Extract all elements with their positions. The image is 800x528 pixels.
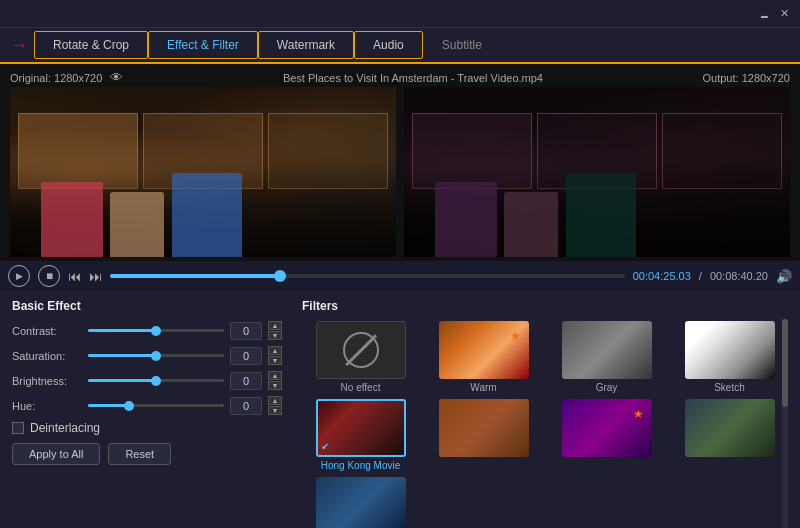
minimize-button[interactable]: 🗕 (756, 6, 772, 22)
red-arrow-tabs: → (10, 35, 28, 56)
filter-grid: No effect Warm Gray Sketch ✔ Hong Kong M… (302, 321, 788, 528)
eye-icon[interactable]: 👁 (110, 70, 123, 85)
hue-row: Hue: ▲ ▼ (12, 396, 282, 415)
time-separator: / (699, 270, 702, 282)
apply-all-button[interactable]: Apply to All (12, 443, 100, 465)
brightness-slider[interactable] (88, 379, 224, 382)
tab-effect-filter[interactable]: Effect & Filter (148, 31, 258, 59)
brightness-input[interactable] (230, 372, 262, 390)
hue-up[interactable]: ▲ (268, 396, 282, 405)
tab-audio[interactable]: Audio (354, 31, 423, 59)
stop-button[interactable]: ⏹ (38, 265, 60, 287)
saturation-up[interactable]: ▲ (268, 346, 282, 355)
action-buttons: Apply to All Reset (12, 443, 282, 465)
filter-label-warm: Warm (470, 382, 496, 393)
filter-label-sketch: Sketch (714, 382, 745, 393)
filter-label-hk-movie: Hong Kong Movie (321, 460, 401, 471)
filter-hk-movie[interactable]: ✔ Hong Kong Movie (302, 399, 419, 471)
progress-fill (110, 274, 280, 278)
filter-row2-2[interactable] (548, 399, 665, 471)
output-resolution-label: Output: 1280x720 (703, 72, 790, 84)
filter-thumb-row2-4 (316, 477, 406, 528)
contrast-label: Contrast: (12, 325, 82, 337)
total-time: 00:08:40.20 (710, 270, 768, 282)
saturation-down[interactable]: ▼ (268, 356, 282, 365)
hue-input[interactable] (230, 397, 262, 415)
no-effect-icon (343, 332, 379, 368)
original-preview (10, 87, 396, 257)
filter-thumb-no-effect (316, 321, 406, 379)
basic-effect-title: Basic Effect (12, 299, 282, 313)
tab-rotate-crop[interactable]: Rotate & Crop (34, 31, 148, 59)
close-button[interactable]: ✕ (776, 6, 792, 22)
deinterlacing-label: Deinterlacing (30, 421, 100, 435)
video-section: Original: 1280x720 👁 Best Places to Visi… (0, 64, 800, 261)
saturation-slider[interactable] (88, 354, 224, 357)
filter-row2-4[interactable] (302, 477, 419, 528)
brightness-label: Brightness: (12, 375, 82, 387)
filter-thumb-row2-3 (685, 399, 775, 457)
filter-thumb-warm (439, 321, 529, 379)
progress-bar[interactable] (110, 274, 625, 278)
play-button[interactable]: ▶ (8, 265, 30, 287)
video-filename: Best Places to Visit In Amsterdam - Trav… (283, 72, 543, 84)
tab-watermark[interactable]: Watermark (258, 31, 354, 59)
reset-button[interactable]: Reset (108, 443, 171, 465)
playback-bar: ▶ ⏹ ⏮ ⏭ 00:04:25.03 / 00:08:40.20 🔊 (0, 261, 800, 291)
tab-bar: → Rotate & Crop Effect & Filter Watermar… (0, 28, 800, 64)
deinterlacing-checkbox[interactable] (12, 422, 24, 434)
filter-gray[interactable]: Gray (548, 321, 665, 393)
volume-icon[interactable]: 🔊 (776, 269, 792, 284)
filter-row2-1[interactable] (425, 399, 542, 471)
filter-thumb-sketch (685, 321, 775, 379)
filter-warm[interactable]: Warm (425, 321, 542, 393)
tab-subtitle[interactable]: Subtitle (423, 31, 501, 59)
contrast-input[interactable] (230, 322, 262, 340)
original-resolution-label: Original: 1280x720 (10, 72, 102, 84)
hue-slider[interactable] (88, 404, 224, 407)
skip-back-button[interactable]: ⏮ (68, 269, 81, 284)
skip-forward-button[interactable]: ⏭ (89, 269, 102, 284)
video-info-bar: Original: 1280x720 👁 Best Places to Visi… (10, 68, 790, 87)
brightness-spinner[interactable]: ▲ ▼ (268, 371, 282, 390)
filter-thumb-hk-movie: ✔ (316, 399, 406, 457)
hue-down[interactable]: ▼ (268, 406, 282, 415)
hue-spinner[interactable]: ▲ ▼ (268, 396, 282, 415)
filters-title: Filters (302, 299, 788, 313)
progress-thumb[interactable] (274, 270, 286, 282)
filter-label-no-effect: No effect (341, 382, 381, 393)
basic-effect-section: Basic Effect Contrast: ▲ ▼ Saturation: ▲ (12, 299, 282, 528)
bottom-panel: Basic Effect Contrast: ▲ ▼ Saturation: ▲ (0, 291, 800, 528)
title-bar: 🗕 ✕ (0, 0, 800, 28)
filter-no-effect[interactable]: No effect (302, 321, 419, 393)
hk-movie-check-icon: ✔ (321, 441, 329, 452)
contrast-row: Contrast: ▲ ▼ (12, 321, 282, 340)
current-time: 00:04:25.03 (633, 270, 691, 282)
video-previews (10, 87, 790, 257)
filter-label-gray: Gray (596, 382, 618, 393)
brightness-row: Brightness: ▲ ▼ (12, 371, 282, 390)
filter-row2-3[interactable] (671, 399, 788, 471)
brightness-up[interactable]: ▲ (268, 371, 282, 380)
brightness-down[interactable]: ▼ (268, 381, 282, 390)
contrast-spinner[interactable]: ▲ ▼ (268, 321, 282, 340)
filter-thumb-row2-2 (562, 399, 652, 457)
contrast-up[interactable]: ▲ (268, 321, 282, 330)
filters-section: Filters No effect Warm Gray Sketch (302, 299, 788, 528)
filter-scrollbar[interactable] (782, 319, 788, 528)
saturation-input[interactable] (230, 347, 262, 365)
filter-thumb-gray (562, 321, 652, 379)
contrast-slider[interactable] (88, 329, 224, 332)
saturation-spinner[interactable]: ▲ ▼ (268, 346, 282, 365)
saturation-row: Saturation: ▲ ▼ (12, 346, 282, 365)
saturation-label: Saturation: (12, 350, 82, 362)
filter-thumb-row2-1 (439, 399, 529, 457)
output-preview (404, 87, 790, 257)
contrast-down[interactable]: ▼ (268, 331, 282, 340)
hue-label: Hue: (12, 400, 82, 412)
filter-sketch[interactable]: Sketch (671, 321, 788, 393)
scrollbar-thumb[interactable] (782, 319, 788, 407)
deinterlacing-row: Deinterlacing (12, 421, 282, 435)
